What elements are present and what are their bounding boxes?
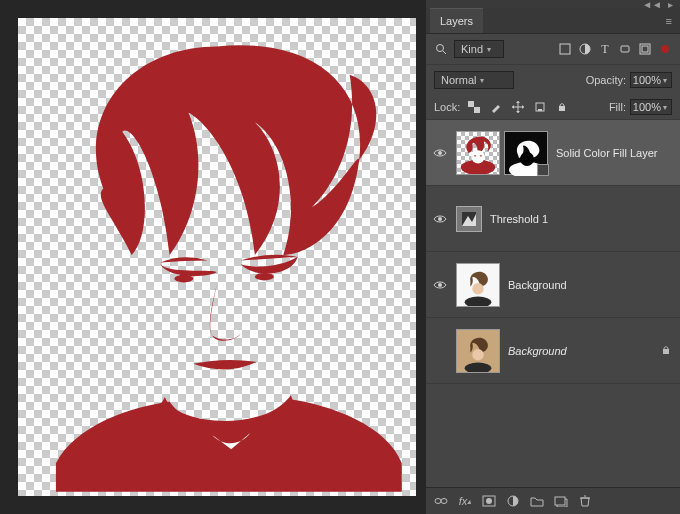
lock-label: Lock: — [434, 101, 460, 113]
filter-type-icon[interactable]: T — [598, 42, 612, 56]
svg-point-2 — [437, 45, 444, 52]
chevron-down-icon: ▾ — [480, 76, 484, 85]
layers-panel-footer: fx▴ — [426, 487, 680, 514]
svg-rect-30 — [663, 349, 669, 354]
opacity-label: Opacity: — [586, 74, 626, 86]
adjustment-layer-icon[interactable] — [456, 206, 482, 232]
new-adjustment-icon[interactable] — [506, 494, 520, 508]
lock-artboard-icon[interactable] — [532, 100, 548, 114]
svg-point-21 — [438, 217, 442, 221]
filter-pixel-icon[interactable] — [558, 42, 572, 56]
lock-icon — [660, 344, 674, 358]
layer-effects-icon[interactable]: fx▴ — [458, 494, 472, 508]
filter-kind-label: Kind — [461, 43, 483, 55]
link-layers-icon[interactable] — [434, 494, 448, 508]
svg-point-18 — [480, 155, 482, 156]
svg-point-31 — [435, 499, 441, 504]
filter-shape-icon[interactable] — [618, 42, 632, 56]
svg-point-32 — [441, 499, 447, 504]
svg-point-28 — [472, 349, 483, 360]
panel-collapse-bar[interactable]: ◄◄ ▸ — [426, 0, 680, 8]
layer-thumbs — [456, 131, 548, 175]
delete-layer-icon[interactable] — [578, 494, 592, 508]
new-layer-icon[interactable] — [554, 494, 568, 508]
layer-visibility-toggle[interactable] — [432, 280, 448, 290]
layer-name[interactable]: Solid Color Fill Layer — [556, 147, 674, 159]
panel-menu-icon[interactable]: ≡ — [662, 11, 676, 31]
chevron-down-icon: ▾ — [487, 45, 491, 54]
svg-rect-4 — [560, 44, 570, 54]
blend-mode-value: Normal — [441, 74, 476, 86]
layer-name[interactable]: Background — [508, 279, 674, 291]
layer-visibility-toggle[interactable] — [432, 148, 448, 158]
filter-smart-icon[interactable] — [638, 42, 652, 56]
svg-point-0 — [174, 275, 193, 283]
layer-visibility-toggle[interactable] — [432, 214, 448, 224]
svg-point-17 — [474, 155, 476, 156]
layer-thumbnail[interactable] — [456, 131, 500, 175]
svg-point-23 — [438, 283, 442, 287]
svg-point-34 — [486, 498, 492, 504]
filter-kind-dropdown[interactable]: Kind ▾ — [454, 40, 504, 58]
layer-row[interactable]: Background — [426, 318, 680, 384]
lock-row: Lock: Fill: 100% ▾ — [426, 95, 680, 120]
layer-name[interactable]: Threshold 1 — [490, 213, 674, 225]
svg-rect-12 — [538, 109, 542, 111]
layers-list: Solid Color Fill Layer Threshold 1 — [426, 120, 680, 487]
layer-filter-row: Kind ▾ T — [426, 34, 680, 65]
layer-row[interactable]: Background — [426, 252, 680, 318]
fill-input[interactable]: 100% ▾ — [630, 99, 672, 115]
layer-name[interactable]: Background — [508, 345, 652, 357]
svg-line-3 — [443, 51, 446, 54]
layer-mask-thumbnail[interactable] — [504, 131, 548, 175]
lock-transparency-icon[interactable] — [466, 100, 482, 114]
lock-position-icon[interactable] — [510, 100, 526, 114]
svg-point-16 — [471, 150, 484, 163]
chevron-down-icon: ▾ — [663, 103, 667, 112]
svg-rect-13 — [559, 106, 565, 111]
chevron-down-icon: ▾ — [663, 76, 667, 85]
tab-layers[interactable]: Layers — [430, 8, 483, 33]
layer-thumbnail[interactable] — [456, 263, 500, 307]
layer-thumbnail[interactable] — [456, 329, 500, 373]
new-group-icon[interactable] — [530, 494, 544, 508]
blend-mode-row: Normal ▾ Opacity: 100% ▾ — [426, 65, 680, 95]
canvas-area[interactable] — [0, 0, 426, 514]
search-icon — [434, 42, 448, 56]
svg-rect-10 — [474, 107, 480, 113]
layers-panel: ◄◄ ▸ Layers ≡ Kind ▾ T Normal ▾ Opacity — [426, 0, 680, 514]
svg-point-25 — [472, 283, 483, 294]
add-mask-icon[interactable] — [482, 494, 496, 508]
svg-rect-6 — [621, 46, 629, 52]
svg-rect-9 — [468, 101, 474, 107]
panel-tabs: Layers ≡ — [426, 8, 680, 34]
filter-adjustment-icon[interactable] — [578, 42, 592, 56]
svg-rect-36 — [555, 497, 565, 505]
lock-pixels-icon[interactable] — [488, 100, 504, 114]
opacity-input[interactable]: 100% ▾ — [630, 72, 672, 88]
svg-point-1 — [255, 273, 274, 281]
filter-toggle-dot[interactable] — [658, 42, 672, 56]
lock-all-icon[interactable] — [554, 100, 570, 114]
fill-label: Fill: — [609, 101, 626, 113]
layer-row[interactable]: Solid Color Fill Layer — [426, 120, 680, 186]
mask-link-icon — [537, 164, 549, 176]
blend-mode-dropdown[interactable]: Normal ▾ — [434, 71, 514, 89]
layer-thumbs — [456, 206, 482, 232]
layer-thumbs — [456, 263, 500, 307]
canvas[interactable] — [18, 18, 416, 496]
layer-row[interactable]: Threshold 1 — [426, 186, 680, 252]
svg-point-14 — [438, 151, 442, 155]
artwork — [18, 18, 416, 492]
svg-point-20 — [520, 152, 534, 166]
layer-thumbs — [456, 329, 500, 373]
svg-rect-8 — [642, 46, 648, 52]
